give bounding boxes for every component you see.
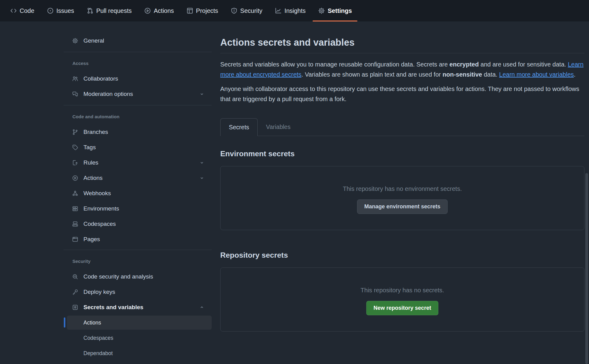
sidebar-item-branches[interactable]: Branches	[64, 124, 212, 140]
sidebar-item-label: Secrets and variables	[83, 304, 143, 311]
intro-bold-encrypted: encrypted	[449, 61, 479, 68]
sidebar-subitem-label: Dependabot	[83, 350, 113, 357]
settings-sidebar: General Access Collaborators Moderation …	[64, 33, 212, 361]
people-icon	[72, 76, 78, 82]
codespaces-icon	[72, 221, 78, 227]
nav-tab-label: Insights	[284, 7, 306, 14]
nav-tab-settings[interactable]: Settings	[318, 0, 352, 21]
sidebar-section-code-and-automation: Code and automation	[64, 113, 212, 121]
chevron-up-icon	[199, 305, 204, 310]
shield-icon	[231, 7, 237, 14]
nav-tab-issues[interactable]: Issues	[47, 0, 74, 21]
sidebar-item-label: General	[83, 37, 104, 44]
sidebar-item-pages[interactable]: Pages	[64, 232, 212, 247]
repository-secrets-empty-box: This repository has no secrets. New repo…	[220, 267, 584, 332]
sidebar-divider	[64, 105, 212, 105]
intro-text: and are used for sensitive data.	[479, 61, 568, 68]
intro-text: . Variables are shown as plain text and …	[302, 71, 443, 78]
sidebar-item-label: Code security and analysis	[83, 273, 153, 280]
graph-icon	[275, 7, 282, 14]
collaborator-access-paragraph: Anyone with collaborator access to this …	[220, 84, 584, 104]
play-icon	[72, 175, 78, 181]
nav-tab-label: Pull requests	[96, 7, 132, 14]
rules-icon	[72, 160, 78, 166]
sidebar-item-label: Rules	[83, 159, 98, 166]
server-rows-icon	[72, 206, 78, 212]
git-pull-request-icon	[87, 7, 94, 14]
intro-paragraph: Secrets and variables allow you to manag…	[220, 59, 584, 80]
tag-icon	[72, 144, 78, 150]
sidebar-item-tags[interactable]: Tags	[64, 140, 212, 155]
sidebar-item-label: Branches	[83, 129, 108, 135]
nav-tab-label: Settings	[328, 7, 352, 14]
key-asterisk-icon	[72, 304, 78, 310]
chevron-down-icon	[199, 160, 204, 165]
intro-bold-non-sensitive: non-sensitive	[443, 71, 482, 78]
nav-tab-label: Security	[240, 7, 262, 14]
sidebar-item-moderation-options[interactable]: Moderation options	[64, 86, 212, 102]
sidebar-subitem-codespaces[interactable]: Codespaces	[64, 330, 212, 346]
sidebar-divider	[64, 52, 212, 52]
link-variables[interactable]: Learn more about variables	[499, 71, 574, 78]
nav-tab-insights[interactable]: Insights	[275, 0, 306, 21]
nav-tab-projects[interactable]: Projects	[187, 0, 218, 21]
tab-variables[interactable]: Variables	[258, 118, 299, 136]
chevron-down-icon	[199, 176, 204, 180]
sidebar-item-label: Tags	[83, 144, 96, 151]
sidebar-item-actions[interactable]: Actions	[64, 170, 212, 186]
sidebar-item-general[interactable]: General	[64, 33, 212, 48]
sidebar-item-secrets-and-variables[interactable]: Secrets and variables	[64, 300, 212, 315]
environment-secrets-heading: Environment secrets	[220, 150, 584, 158]
gear-icon	[318, 7, 325, 14]
nav-tab-actions[interactable]: Actions	[144, 0, 174, 21]
sidebar-section-security: Security	[64, 257, 212, 265]
chevron-down-icon	[199, 92, 204, 97]
nav-tab-code[interactable]: Code	[10, 0, 34, 21]
intro-text: data.	[482, 71, 499, 78]
git-branch-icon	[72, 129, 78, 135]
repository-secrets-heading: Repository secrets	[220, 251, 584, 260]
browser-icon	[72, 236, 78, 242]
sidebar-item-label: Codespaces	[83, 221, 116, 227]
code-icon	[10, 7, 17, 14]
sidebar-item-environments[interactable]: Environments	[64, 201, 212, 216]
sidebar-subitem-dependabot[interactable]: Dependabot	[64, 346, 212, 361]
page-title: Actions secrets and variables	[220, 37, 584, 53]
sidebar-subitem-label: Codespaces	[83, 335, 113, 341]
environment-secrets-empty-box: This repository has no environment secre…	[220, 166, 584, 230]
intro-text: Secrets and variables allow you to manag…	[220, 61, 449, 68]
sidebar-section-access: Access	[64, 59, 212, 67]
sidebar-item-label: Collaborators	[83, 75, 118, 82]
repo-tab-bar: Code Issues Pull requests Actions Projec…	[0, 0, 589, 21]
nav-tab-label: Actions	[154, 7, 174, 14]
table-icon	[187, 7, 193, 14]
nav-tab-label: Projects	[196, 7, 218, 14]
sidebar-divider	[64, 250, 212, 250]
nav-tab-label: Issues	[56, 7, 74, 14]
sidebar-item-label: Moderation options	[83, 91, 133, 97]
sidebar-item-codespaces[interactable]: Codespaces	[64, 216, 212, 232]
nav-tab-pull-requests[interactable]: Pull requests	[87, 0, 132, 21]
repository-secrets-empty-text: This repository has no secrets.	[360, 286, 444, 294]
sidebar-item-webhooks[interactable]: Webhooks	[64, 186, 212, 201]
sidebar-item-code-security[interactable]: Code security and analysis	[64, 269, 212, 284]
tab-secrets[interactable]: Secrets	[220, 118, 258, 136]
sidebar-item-rules[interactable]: Rules	[64, 155, 212, 170]
play-icon	[144, 7, 151, 14]
manage-environment-secrets-button[interactable]: Manage environment secrets	[357, 199, 447, 214]
sidebar-item-label: Deploy keys	[83, 289, 115, 295]
secrets-variables-tablist: Secrets Variables	[220, 118, 584, 136]
sidebar-item-label: Pages	[83, 236, 100, 243]
sidebar-item-collaborators[interactable]: Collaborators	[64, 71, 212, 86]
nav-tab-security[interactable]: Security	[231, 0, 262, 21]
selected-accent-bar	[64, 317, 65, 328]
settings-content: Actions secrets and variables Secrets an…	[220, 37, 584, 332]
vertical-scrollbar-thumb[interactable]	[585, 173, 588, 364]
sidebar-item-deploy-keys[interactable]: Deploy keys	[64, 284, 212, 300]
gear-icon	[72, 38, 78, 44]
sidebar-subitem-actions-selected[interactable]: Actions	[67, 316, 212, 330]
sidebar-item-label: Actions	[83, 175, 102, 181]
sidebar-item-label: Webhooks	[83, 190, 111, 197]
issue-opened-icon	[47, 7, 54, 14]
new-repository-secret-button[interactable]: New repository secret	[366, 301, 438, 315]
